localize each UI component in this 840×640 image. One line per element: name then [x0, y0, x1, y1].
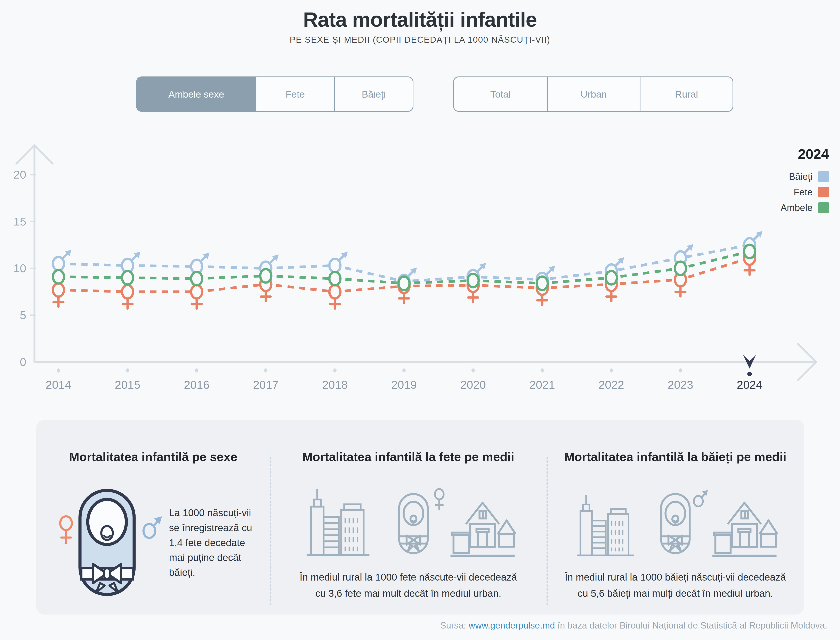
legend-swatch-baieti-icon — [818, 171, 829, 182]
marker-circle-2021[interactable] — [537, 277, 548, 290]
marker-male-2016[interactable] — [191, 253, 210, 273]
card-icons — [547, 483, 804, 557]
male-symbol-icon — [141, 511, 163, 542]
city-buildings-icon — [290, 485, 388, 557]
marker-male-2015[interactable] — [122, 251, 141, 272]
year-dot[interactable] — [195, 368, 198, 373]
filter-ambele-sexe-button[interactable]: Ambele sexe — [137, 77, 255, 111]
x-tick-label-2018: 2018 — [322, 378, 348, 391]
card-girls-by-medium: Mortalitatea infantilă la fete pe medii — [270, 420, 547, 614]
card-title: Mortalitatea infantilă pe sexe — [36, 450, 270, 464]
female-symbol-icon — [431, 487, 447, 512]
source-footer: Sursa: www.genderpulse.md în baza datelo… — [440, 620, 827, 630]
filter-baieti-button[interactable]: Băieți — [334, 77, 413, 111]
y-tick-label: 10 — [14, 262, 26, 275]
x-tick-label-2016: 2016 — [184, 378, 210, 391]
year-dot[interactable] — [679, 368, 682, 373]
card-title: Mortalitatea infantilă la fete pe medii — [270, 450, 547, 464]
baby-icon — [76, 488, 138, 598]
source-suffix: în baza datelor Biroului Național de Sta… — [555, 620, 827, 630]
filter-rural-button[interactable]: Rural — [640, 77, 733, 111]
x-tick-label-2015: 2015 — [115, 378, 141, 391]
year-dot[interactable] — [471, 368, 475, 373]
y-tick-label: 20 — [14, 168, 26, 181]
legend-row-baieti: Băieți — [743, 171, 829, 182]
x-tick-label-2020: 2020 — [460, 378, 486, 391]
marker-female-2014[interactable] — [53, 283, 64, 307]
marker-circle-2022[interactable] — [606, 271, 617, 285]
card-title: Mortalitatea infantilă la băieți pe medi… — [547, 450, 804, 464]
legend-label-baieti: Băieți — [789, 171, 813, 182]
marker-female-2016[interactable] — [191, 285, 202, 309]
summary-cards-panel: Mortalitatea infantilă pe sexe — [36, 420, 804, 614]
source-link[interactable]: www.genderpulse.md — [469, 620, 555, 630]
marker-circle-2018[interactable] — [329, 272, 340, 285]
y-tick-label: 0 — [20, 355, 26, 368]
x-tick-label-2023: 2023 — [668, 378, 693, 391]
baby-outline-icon — [397, 491, 430, 556]
marker-circle-2023[interactable] — [675, 262, 686, 275]
card-text: În mediul rural la 1000 băieți născuți-v… — [547, 569, 804, 602]
year-dot[interactable] — [333, 368, 337, 373]
legend-row-fete: Fete — [743, 187, 829, 198]
chart-canvas: 0510152020142015201620172018201920202021… — [0, 133, 840, 400]
city-buildings-icon — [562, 491, 650, 557]
legend-swatch-ambele-icon — [818, 202, 829, 213]
marker-circle-2017[interactable] — [260, 269, 271, 283]
x-tick-label-2022: 2022 — [599, 378, 624, 391]
source-prefix: Sursa: — [440, 620, 469, 630]
card-content: La 1000 născuți-vii se înregistrează cu … — [56, 488, 264, 598]
marker-female-2018[interactable] — [329, 285, 340, 309]
legend-label-fete: Fete — [794, 187, 813, 198]
x-tick-label-2017: 2017 — [253, 378, 279, 391]
card-text-line2: cu 5,6 băieți mai mulți decât în mediul … — [553, 585, 798, 602]
baby-outline-icon — [659, 491, 692, 556]
rural-houses-icon — [701, 498, 789, 557]
filter-fete-button[interactable]: Fete — [255, 77, 334, 111]
card-icons — [270, 483, 547, 557]
filter-total-button[interactable]: Total — [454, 77, 547, 111]
marker-male-2014[interactable] — [53, 250, 71, 270]
y-tick-label: 5 — [20, 309, 26, 322]
marker-female-2015[interactable] — [122, 285, 133, 309]
x-tick-label-2021: 2021 — [529, 378, 555, 391]
card-mortality-by-sex: Mortalitatea infantilă pe sexe — [36, 420, 270, 614]
infographic-page: Rata mortalității infantile PE SEXE ȘI M… — [0, 0, 840, 640]
year-dot[interactable] — [402, 368, 406, 373]
chart-legend: 2024 Băieți Fete Ambele — [743, 146, 829, 218]
year-dot[interactable] — [540, 368, 544, 373]
baby-with-gender — [659, 491, 692, 557]
filter-urban-button[interactable]: Urban — [547, 77, 640, 111]
legend-year: 2024 — [743, 146, 829, 162]
year-dot[interactable] — [610, 368, 613, 373]
marker-circle-2019[interactable] — [399, 277, 410, 290]
x-tick-label-2024: 2024 — [737, 378, 763, 391]
marker-circle-2014[interactable] — [53, 270, 64, 283]
marker-circle-2024[interactable] — [744, 245, 755, 258]
y-tick-label: 15 — [14, 215, 26, 228]
sex-filter-group: Ambele sexe Fete Băieți — [136, 77, 414, 112]
year-dot[interactable] — [57, 368, 60, 373]
medium-filter-group: Total Urban Rural — [453, 77, 733, 112]
legend-row-ambele: Ambele — [743, 202, 829, 213]
page-title: Rata mortalității infantile — [0, 8, 840, 31]
year-dot-current[interactable] — [747, 372, 752, 376]
card-text-line1: În mediul rural la 1000 băieți născuți-v… — [553, 569, 798, 585]
year-dot[interactable] — [126, 368, 129, 373]
page-subtitle: PE SEXE ȘI MEDII (COPII DECEDAȚI LA 1000… — [0, 35, 840, 45]
x-tick-label-2019: 2019 — [391, 378, 417, 391]
rural-houses-icon — [438, 498, 527, 557]
marker-circle-2016[interactable] — [191, 272, 202, 285]
x-tick-label-2014: 2014 — [46, 378, 71, 391]
marker-circle-2015[interactable] — [122, 271, 133, 285]
legend-label-ambele: Ambele — [781, 202, 813, 213]
legend-swatch-fete-icon — [818, 187, 829, 197]
female-symbol-icon — [56, 514, 76, 547]
year-dot[interactable] — [264, 368, 268, 373]
baby-with-gender — [397, 491, 430, 557]
marker-female-2023[interactable] — [675, 273, 686, 296]
marker-circle-2020[interactable] — [468, 274, 479, 287]
card-text: La 1000 născuți-vii se înregistrează cu … — [169, 506, 253, 580]
card-text: În mediul rural la 1000 fete născute-vii… — [270, 569, 547, 602]
card-text-line2: cu 3,6 fete mai mult decât în mediul urb… — [276, 585, 540, 602]
